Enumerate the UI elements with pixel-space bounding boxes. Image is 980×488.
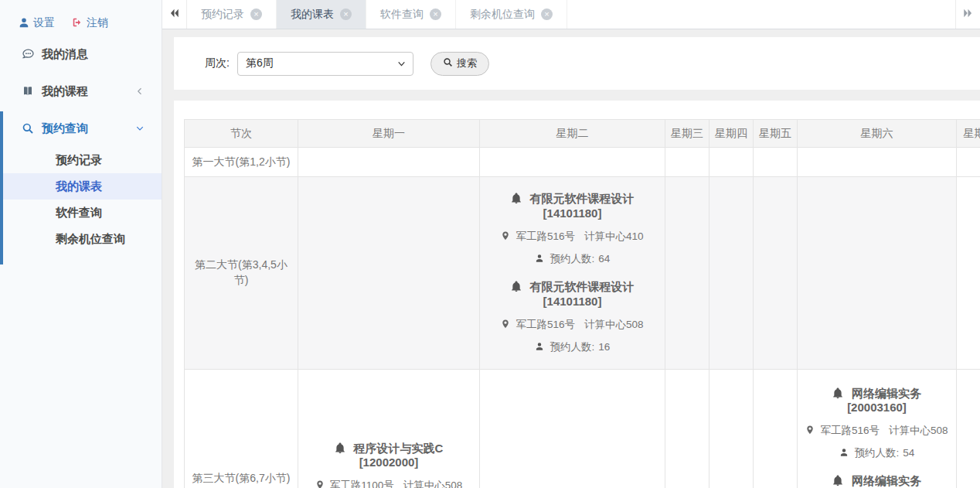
location-pin-icon: [808, 426, 814, 435]
course-people-count: 预约人数:16: [485, 340, 660, 354]
tab-close-icon[interactable]: ×: [430, 9, 441, 20]
logout-icon: [72, 17, 83, 30]
sidebar-item-label: 预约查询: [42, 121, 88, 136]
filter-panel: 周次: 第6周 搜索: [174, 37, 980, 90]
course-entry: 网络编辑实务: [802, 474, 951, 488]
bell-icon: [512, 193, 521, 204]
tab-close-icon[interactable]: ×: [541, 9, 553, 20]
schedule-cell: [709, 148, 754, 177]
tab-2[interactable]: 软件查询×: [366, 0, 456, 29]
book-icon: [22, 85, 35, 97]
sidebar-item-label: 我的消息: [42, 47, 88, 62]
tab-scroll-left-button[interactable]: [162, 0, 187, 29]
location-pin-icon: [317, 481, 323, 488]
person-icon: [840, 449, 846, 456]
schedule-cell: [709, 370, 754, 488]
sidebar-item-reservation-query[interactable]: 预约查询: [0, 110, 162, 147]
sub-item-label: 我的课表: [56, 179, 102, 194]
schedule-cell: 程序设计与实践C[12002000]军工路1100号计算中心508: [298, 370, 480, 488]
reservation-query-submenu: 预约记录 我的课表 软件查询 剩余机位查询: [0, 147, 162, 252]
schedule-cell: [480, 370, 665, 488]
bell-icon: [335, 442, 345, 453]
bell-icon: [512, 282, 521, 292]
schedule-row: 第一大节(第1,2小节): [185, 148, 980, 177]
course-location: 军工路1100号计算中心508: [303, 479, 475, 488]
location-pin-icon: [503, 231, 509, 240]
tab-label: 我的课表: [291, 8, 334, 22]
sidebar-item-software-query[interactable]: 软件查询: [0, 200, 162, 226]
sidebar-item-label: 我的课程: [42, 84, 88, 99]
settings-label: 设置: [33, 16, 55, 30]
column-header: 星期四: [709, 120, 754, 148]
tabs-container: 预约记录×我的课表×软件查询×剩余机位查询×: [187, 0, 567, 29]
schedule-row: 第三大节(第6,7小节)程序设计与实践C[12002000]军工路1100号计算…: [185, 370, 980, 488]
sidebar-item-courses[interactable]: 我的课程: [0, 73, 162, 110]
column-header: 星期五: [754, 120, 798, 148]
person-icon: [536, 254, 542, 261]
main-area: 预约记录×我的课表×软件查询×剩余机位查询× 周次: 第6周 搜索: [162, 0, 980, 488]
tab-label: 剩余机位查询: [470, 8, 535, 22]
column-header: 星期一: [298, 120, 480, 148]
schedule-cell: 网络编辑实务[20003160]军工路516号计算中心508预约人数:54网络编…: [798, 370, 957, 488]
schedule-cell: 有限元软件课程设计[14101180]军工路516号计算中心410预约人数:64…: [480, 177, 665, 370]
double-chevron-left-icon: [168, 8, 180, 22]
tab-label: 软件查询: [380, 8, 424, 22]
course-people-count: 预约人数:54: [802, 446, 951, 460]
search-icon: [22, 122, 35, 135]
location-pin-icon: [503, 319, 509, 328]
course-entry: 网络编辑实务[20003160]军工路516号计算中心508预约人数:54: [802, 387, 951, 461]
schedule-cell: [298, 177, 480, 370]
tab-scroll-right-button[interactable]: [955, 0, 980, 29]
schedule-cell: [298, 148, 480, 177]
sidebar-item-remaining-seats[interactable]: 剩余机位查询: [0, 226, 162, 252]
active-group-indicator: [0, 111, 3, 264]
schedule-cell: [480, 148, 665, 177]
tab-1[interactable]: 我的课表×: [277, 0, 366, 29]
course-title: 有限元软件课程设计[14101180]: [485, 280, 660, 309]
sub-item-label: 剩余机位查询: [56, 232, 125, 247]
course-title: 程序设计与实践C[12002000]: [303, 442, 475, 471]
course-location: 军工路516号计算中心410: [485, 230, 660, 244]
course-entry: 有限元软件课程设计[14101180]军工路516号计算中心410预约人数:64: [485, 192, 660, 266]
schedule-table: 节次星期一星期二星期三星期四星期五星期六星期日 第一大节(第1,2小节)第二大节…: [184, 119, 980, 488]
search-button[interactable]: 搜索: [430, 52, 489, 76]
search-icon: [443, 57, 453, 70]
chevron-down-icon: [397, 60, 406, 68]
course-people-count: 预约人数:64: [485, 252, 660, 266]
column-header: 星期二: [480, 120, 665, 148]
schedule-cell: [709, 177, 754, 370]
tab-close-icon[interactable]: ×: [340, 9, 352, 20]
column-header: 星期六: [798, 120, 957, 148]
schedule-cell: [754, 370, 798, 488]
sub-item-label: 软件查询: [56, 206, 102, 220]
settings-link[interactable]: 设置: [19, 16, 55, 30]
column-header: 星期日: [957, 120, 980, 148]
sidebar-item-messages[interactable]: 我的消息: [0, 36, 162, 73]
schedule-cell: [957, 370, 980, 488]
week-select[interactable]: 第6周: [237, 52, 413, 76]
schedule-cell: [798, 148, 957, 177]
schedule-panel: 节次星期一星期二星期三星期四星期五星期六星期日 第一大节(第1,2小节)第二大节…: [174, 101, 980, 488]
tab-close-icon[interactable]: ×: [250, 9, 262, 20]
person-icon: [536, 343, 542, 350]
course-location: 军工路516号计算中心508: [802, 424, 951, 438]
schedule-cell: [754, 177, 798, 370]
period-label: 第二大节(第3,4,5小节): [185, 177, 298, 370]
sub-item-label: 预约记录: [56, 153, 102, 168]
course-title: 网络编辑实务: [802, 474, 951, 488]
sidebar-item-my-timetable[interactable]: 我的课表: [0, 173, 162, 200]
sidebar-item-reservation-records[interactable]: 预约记录: [0, 147, 162, 173]
schedule-cell: [798, 177, 957, 370]
course-title: 有限元软件课程设计[14101180]: [485, 192, 660, 221]
tab-label: 预约记录: [201, 8, 244, 22]
double-chevron-right-icon: [962, 8, 974, 22]
search-button-label: 搜索: [457, 56, 477, 70]
schedule-row: 第二大节(第3,4,5小节)有限元软件课程设计[14101180]军工路516号…: [185, 177, 980, 370]
tab-3[interactable]: 剩余机位查询×: [456, 0, 567, 29]
chevron-left-icon: [135, 87, 145, 96]
schedule-header-row: 节次星期一星期二星期三星期四星期五星期六星期日: [185, 120, 980, 148]
schedule-cell: [665, 148, 709, 177]
tab-0[interactable]: 预约记录×: [187, 0, 277, 29]
logout-link[interactable]: 注销: [72, 16, 108, 30]
bell-icon: [833, 476, 842, 486]
